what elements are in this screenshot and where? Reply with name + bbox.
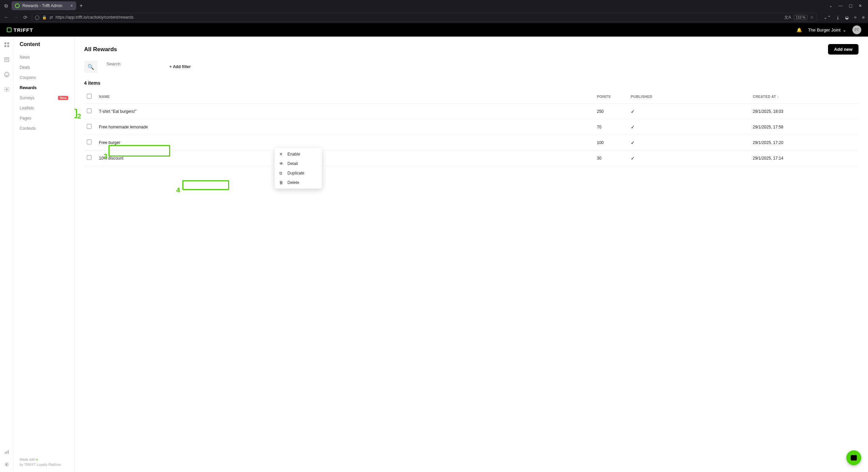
rail-dashboard-icon[interactable] — [3, 41, 10, 48]
rail-collapse-icon[interactable] — [3, 461, 10, 468]
table-row[interactable]: 10% discount30✓29/1/2025, 17:14 — [84, 150, 859, 166]
rail-stats-icon[interactable] — [3, 448, 10, 455]
table-row[interactable]: Free homemade lemonade70✓29/1/2025, 17:5… — [84, 119, 859, 135]
shield-icon[interactable]: ◯ — [35, 15, 39, 20]
table-row[interactable]: T-shirt "Eat burgers!"250✓29/1/2025, 18:… — [84, 104, 859, 119]
cell-published: ✓ — [628, 135, 750, 150]
row-checkbox[interactable] — [87, 155, 92, 160]
url-field[interactable]: ◯ 🔒 ⇄ https://app.trifft.io/cacitokiy/co… — [32, 13, 817, 22]
svg-rect-1 — [7, 42, 9, 44]
sidebar-footer: Made with ♥ by TRIFFT Loyalty Platform — [20, 457, 61, 467]
search-input[interactable] — [106, 61, 161, 66]
annotation-box-4 — [182, 180, 229, 190]
add-filter-button[interactable]: + Add filter — [169, 64, 191, 69]
browser-chrome: ⧉ Rewards - Trifft Admin × + ⌄ — ▢ ✕ ← →… — [0, 0, 868, 23]
extensions-icon[interactable]: ✧ — [853, 15, 857, 20]
downloads-icon[interactable]: ⭳ — [836, 15, 840, 20]
sidebar-item-label: Contests — [20, 126, 36, 131]
col-created[interactable]: CREATED AT ↓ — [750, 90, 859, 104]
tab-add-button[interactable]: + — [80, 3, 83, 9]
sidebar-item-leaflets[interactable]: Leaflets — [14, 103, 74, 113]
window-maximize-button[interactable]: ▢ — [849, 3, 852, 8]
rail-content-icon[interactable] — [3, 56, 10, 63]
sort-desc-icon: ↓ — [777, 95, 779, 99]
url-text: https://app.trifft.io/cacitokiy/content/… — [56, 15, 782, 20]
sidebar-item-label: Leaflets — [20, 106, 34, 110]
sidebar-item-label: Rewards — [20, 85, 37, 90]
nav-back-button[interactable]: ← — [3, 15, 9, 20]
table-row[interactable]: Free burger100✓29/1/2025, 17:20 — [84, 135, 859, 150]
footer-line1: Made with — [20, 458, 35, 461]
sidebar-item-rewards[interactable]: Rewards — [14, 83, 74, 93]
svg-rect-12 — [6, 451, 7, 454]
svg-point-14 — [4, 462, 9, 467]
bookmark-star-icon[interactable]: ☆ — [810, 15, 814, 20]
chat-widget-icon — [851, 455, 857, 460]
col-points[interactable]: POINTS — [594, 90, 628, 104]
tab-bar: ⧉ Rewards - Trifft Admin × + ⌄ — ▢ ✕ — [0, 0, 868, 12]
row-checkbox[interactable] — [87, 124, 92, 129]
sidebar-item-label: Coupons — [20, 75, 36, 80]
search-icon: 🔍 — [87, 64, 94, 70]
cell-published: ✓ — [628, 119, 750, 135]
sidebar-item-surveys[interactable]: SurveysBeta — [14, 93, 74, 103]
workspace-switcher[interactable]: The Burger Joint ⌄ — [808, 27, 846, 33]
search-icon-wrap: 🔍 — [84, 61, 98, 73]
cell-created: 29/1/2025, 18:03 — [750, 104, 859, 119]
app: TRIFFT 🔔 The Burger Joint ⌄ PT — [0, 23, 868, 472]
sidebar-item-contests[interactable]: Contests — [14, 123, 74, 134]
rail-emoji-icon[interactable] — [3, 71, 10, 78]
col-published[interactable]: PUBLISHED — [628, 90, 750, 104]
row-checkbox[interactable] — [87, 140, 92, 144]
row-checkbox[interactable] — [87, 108, 92, 113]
brand-logo[interactable]: TRIFFT — [7, 27, 33, 33]
svg-point-10 — [6, 89, 7, 90]
cell-published: ✓ — [628, 150, 750, 166]
tab-close-icon[interactable]: × — [70, 3, 73, 8]
avatar[interactable]: PT — [852, 25, 861, 34]
context-menu: ✕ Enable 👁 Detail ⧉ Duplicate 🗑 Delete — [275, 148, 322, 189]
select-all-checkbox[interactable] — [87, 94, 92, 99]
annotation-box-2 — [75, 109, 77, 118]
notifications-icon[interactable]: 🔔 — [796, 27, 802, 33]
item-count: 4 items — [84, 80, 859, 86]
lock-icon[interactable]: 🔒 — [42, 15, 47, 20]
beta-badge: Beta — [58, 96, 68, 100]
sidebar: Content NewsDealsCouponsRewardsSurveysBe… — [14, 37, 75, 472]
permissions-icon[interactable]: ⇄ — [49, 15, 53, 20]
window-minimize-button[interactable]: — — [839, 3, 843, 8]
add-new-button[interactable]: Add new — [828, 44, 859, 55]
dock-icon[interactable]: ⧉ — [3, 3, 9, 9]
sidebar-item-deals[interactable]: Deals — [14, 62, 74, 73]
col-name[interactable]: NAME — [96, 90, 594, 104]
sidebar-item-pages[interactable]: Pages — [14, 113, 74, 123]
sidebar-item-news[interactable]: News — [14, 52, 74, 62]
sidebar-item-coupons[interactable]: Coupons — [14, 73, 74, 83]
nav-reload-button[interactable]: ⟳ — [22, 15, 28, 20]
ctx-delete[interactable]: 🗑 Delete — [275, 178, 322, 187]
rail-settings-icon[interactable] — [3, 86, 10, 93]
window-close-button[interactable]: ✕ — [859, 3, 862, 8]
ctx-enable[interactable]: ✕ Enable — [275, 149, 322, 159]
svg-rect-0 — [4, 42, 6, 44]
sidebar-item-label: Pages — [20, 116, 31, 121]
ctx-duplicate[interactable]: ⧉ Duplicate — [275, 168, 322, 178]
cell-name: Free homemade lemonade — [96, 119, 594, 135]
svg-point-7 — [4, 72, 9, 77]
translate-icon[interactable]: 文A — [784, 15, 791, 20]
cell-created: 29/1/2025, 17:14 — [750, 150, 859, 166]
account-icon[interactable]: ◒ — [845, 15, 849, 20]
cell-created: 29/1/2025, 17:58 — [750, 119, 859, 135]
pocket-icon[interactable]: ⌄⌃ — [824, 15, 831, 20]
zoom-badge[interactable]: 110 % — [794, 15, 807, 20]
tabs-dropdown-icon[interactable]: ⌄ — [829, 3, 832, 8]
svg-rect-2 — [4, 45, 6, 47]
nav-rail — [0, 37, 14, 472]
chat-widget-button[interactable] — [846, 450, 861, 465]
browser-tab[interactable]: Rewards - Trifft Admin × — [12, 1, 76, 10]
svg-point-8 — [6, 74, 6, 75]
menu-icon[interactable]: ≡ — [862, 15, 865, 20]
chevron-down-icon: ⌄ — [843, 27, 846, 33]
nav-forward-button[interactable]: → — [13, 15, 19, 20]
ctx-detail[interactable]: 👁 Detail — [275, 159, 322, 168]
